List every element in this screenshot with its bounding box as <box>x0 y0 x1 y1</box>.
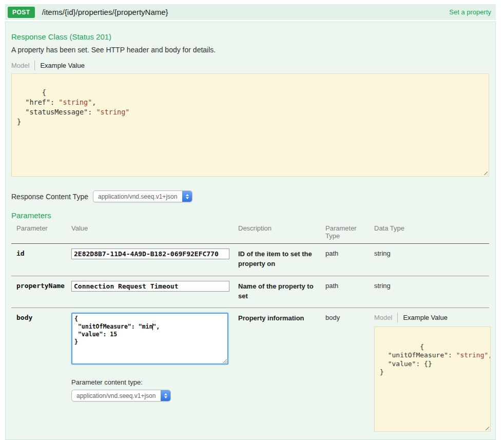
col-value: Value <box>71 224 238 232</box>
body-snippet-code[interactable]: { "unitOfMeasure": "string", "value": {}… <box>374 327 491 432</box>
resize-handle-icon[interactable] <box>482 170 488 175</box>
param-name: propertyName <box>11 281 71 290</box>
operation-panel: POST /items/{id}/properties/{propertyNam… <box>5 4 496 440</box>
operation-heading[interactable]: POST /items/{id}/properties/{propertyNam… <box>5 4 496 20</box>
http-method-badge: POST <box>8 7 35 18</box>
param-data-type: string <box>374 281 489 290</box>
response-example-code[interactable]: { "href": "string", "statusMessage": "st… <box>11 73 489 177</box>
select-stepper-icon <box>182 191 192 202</box>
response-class-description: A property has been set. See HTTP header… <box>11 46 489 54</box>
body-snippet-json: { "unitOfMeasure": "string", "value": {}… <box>380 343 491 376</box>
param-type: path <box>325 281 374 290</box>
parameter-content-type-select[interactable]: application/vnd.seeq.v1+json <box>71 390 171 401</box>
response-example-json: { "href": "string", "statusMessage": "st… <box>17 88 129 126</box>
body-snippet-column: Model Example Value { "unitOfMeasure": "… <box>374 313 492 432</box>
operation-content: Response Class (Status 201) A property h… <box>5 22 496 440</box>
param-data-type: string <box>374 248 489 257</box>
tab-example-value[interactable]: Example Value <box>35 61 84 70</box>
resize-handle-icon[interactable] <box>484 425 489 430</box>
parameters-title: Parameters <box>11 211 489 220</box>
response-class-tabs: Model Example Value <box>11 61 489 70</box>
response-content-type-label: Response Content Type <box>11 193 88 201</box>
tab-model[interactable]: Model <box>374 313 398 322</box>
select-stepper-icon <box>161 390 170 401</box>
col-description: Description <box>238 224 325 232</box>
param-type: body <box>325 313 374 321</box>
param-description: ID of the item to set the property on <box>238 248 325 269</box>
param-name: id <box>11 248 71 257</box>
param-type: path <box>325 248 374 257</box>
response-class-title: Response Class (Status 201) <box>11 32 489 41</box>
text-caret <box>152 323 153 330</box>
id-value-input[interactable] <box>71 248 229 259</box>
parameters-table-header: Parameter Value Description Parameter Ty… <box>11 223 489 244</box>
col-data-type: Data Type <box>374 224 489 232</box>
table-row-id: id ID of the item to set the property on… <box>11 244 489 276</box>
operation-summary-link[interactable]: Set a property <box>449 8 491 16</box>
response-content-type-select[interactable]: application/vnd.seeq.v1+json <box>93 190 192 202</box>
response-content-type-value: application/vnd.seeq.v1+json <box>93 191 182 202</box>
response-content-type-row: Response Content Type application/vnd.se… <box>11 190 489 202</box>
tab-model[interactable]: Model <box>11 61 35 70</box>
param-name: body <box>11 313 71 321</box>
body-snippet-tabs: Model Example Value <box>374 313 492 322</box>
tab-example-value[interactable]: Example Value <box>398 313 447 322</box>
col-parameter-type: Parameter Type <box>325 224 374 240</box>
table-row-body: body { "unitOfMeasure": "min", "value": … <box>11 308 489 438</box>
table-row-propertyname: propertyName Name of the property to set… <box>11 276 489 309</box>
param-description: Property information <box>238 313 325 323</box>
body-parameter-textarea[interactable]: { "unitOfMeasure": "min", "value": 15 } <box>71 313 228 365</box>
parameter-content-type-value: application/vnd.seeq.v1+json <box>72 390 161 401</box>
col-parameter: Parameter <box>11 224 71 232</box>
propertyname-value-input[interactable] <box>71 281 229 292</box>
endpoint-path[interactable]: /items/{id}/properties/{propertyName} <box>42 8 168 16</box>
parameter-content-type-label: Parameter content type: <box>71 378 238 386</box>
param-description: Name of the property to set <box>238 281 325 301</box>
